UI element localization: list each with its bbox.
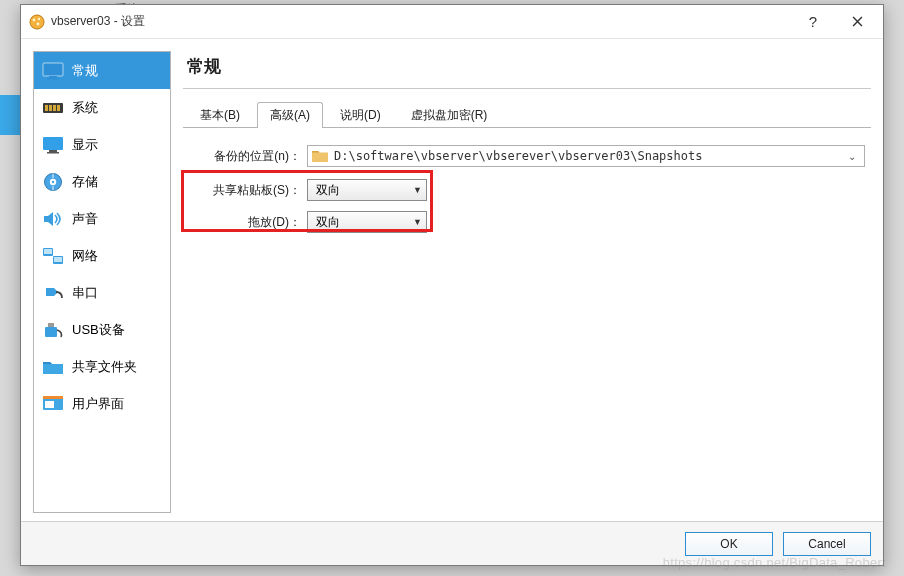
dragdrop-select[interactable]: 双向 ▼: [307, 211, 427, 233]
usb-icon: [42, 319, 64, 341]
storage-icon: [42, 171, 64, 193]
tab-encryption[interactable]: 虚拟盘加密(R): [398, 102, 501, 128]
sidebar-item-label: 声音: [72, 210, 98, 228]
backup-location-row: 备份的位置(n)： D:\software\vbserver\vbserever…: [189, 142, 865, 170]
sidebar: 常规 系统 显示 存储 声音 网络: [33, 51, 171, 513]
ui-icon: [42, 393, 64, 415]
ok-button[interactable]: OK: [685, 532, 773, 556]
sidebar-item-network[interactable]: 网络: [34, 237, 170, 274]
backup-location-field[interactable]: D:\software\vbserver\vbserever\vbserver0…: [307, 145, 865, 167]
svg-point-17: [52, 180, 54, 182]
form-area: 备份的位置(n)： D:\software\vbserver\vbserever…: [183, 128, 871, 250]
svg-rect-6: [47, 78, 59, 80]
sidebar-item-system[interactable]: 系统: [34, 89, 170, 126]
sidebar-item-audio[interactable]: 声音: [34, 200, 170, 237]
sidebar-item-label: 串口: [72, 284, 98, 302]
svg-point-1: [33, 18, 36, 21]
svg-rect-26: [45, 401, 54, 408]
sidebar-item-label: 共享文件夹: [72, 358, 137, 376]
titlebar: vbserver03 - 设置 ?: [21, 5, 883, 39]
clipboard-select[interactable]: 双向 ▼: [307, 179, 427, 201]
close-icon: [852, 16, 863, 27]
dragdrop-value: 双向: [316, 214, 340, 231]
svg-point-3: [37, 22, 40, 25]
backup-location-label: 备份的位置(n)：: [189, 148, 307, 165]
chevron-down-icon: ▼: [413, 185, 422, 195]
window-title: vbserver03 - 设置: [51, 13, 791, 30]
sidebar-item-label: 网络: [72, 247, 98, 265]
settings-dialog: vbserver03 - 设置 ? 常规 系统 显示 存储: [20, 4, 884, 566]
dragdrop-label: 拖放(D)：: [189, 214, 307, 231]
bg-selection-strip: [0, 95, 20, 135]
svg-rect-8: [45, 105, 48, 111]
svg-rect-9: [49, 105, 52, 111]
svg-rect-22: [48, 323, 54, 327]
help-button[interactable]: ?: [791, 8, 835, 36]
dialog-body: 常规 系统 显示 存储 声音 网络: [21, 39, 883, 521]
app-icon: [29, 14, 45, 30]
sidebar-item-display[interactable]: 显示: [34, 126, 170, 163]
sidebar-item-general[interactable]: 常规: [34, 52, 170, 89]
sidebar-item-label: 用户界面: [72, 395, 124, 413]
backup-path-text: D:\software\vbserver\vbserever\vbserver0…: [334, 149, 838, 163]
svg-rect-20: [44, 249, 52, 254]
svg-rect-23: [45, 327, 57, 337]
sidebar-item-ui[interactable]: 用户界面: [34, 385, 170, 422]
svg-rect-13: [49, 150, 57, 152]
sidebar-item-label: 常规: [72, 62, 98, 80]
svg-rect-5: [49, 76, 57, 78]
button-bar: OK Cancel: [21, 521, 883, 565]
chevron-down-icon: ▼: [413, 217, 422, 227]
serial-icon: [42, 282, 64, 304]
sidebar-item-serial[interactable]: 串口: [34, 274, 170, 311]
main-panel: 常规 基本(B) 高级(A) 说明(D) 虚拟盘加密(R) 备份的位置(n)： …: [183, 51, 871, 513]
tab-advanced[interactable]: 高级(A): [257, 102, 323, 128]
sidebar-item-label: 显示: [72, 136, 98, 154]
audio-icon: [42, 208, 64, 230]
display-icon: [42, 134, 64, 156]
sidebar-item-usb[interactable]: USB设备: [34, 311, 170, 348]
svg-rect-12: [43, 137, 63, 150]
general-icon: [42, 60, 64, 82]
svg-rect-25: [43, 396, 63, 399]
svg-point-2: [38, 17, 40, 19]
page-title: 常规: [183, 51, 871, 89]
svg-rect-4: [43, 63, 63, 76]
sidebar-item-shared[interactable]: 共享文件夹: [34, 348, 170, 385]
folder-icon: [42, 356, 64, 378]
tab-basic[interactable]: 基本(B): [187, 102, 253, 128]
svg-point-0: [30, 15, 44, 29]
clipboard-label: 共享粘贴板(S)：: [189, 182, 307, 199]
sidebar-item-label: 系统: [72, 99, 98, 117]
dragdrop-row: 拖放(D)： 双向 ▼: [189, 208, 865, 236]
sidebar-item-storage[interactable]: 存储: [34, 163, 170, 200]
cancel-button[interactable]: Cancel: [783, 532, 871, 556]
sidebar-item-label: 存储: [72, 173, 98, 191]
clipboard-row: 共享粘贴板(S)： 双向 ▼: [189, 176, 865, 204]
svg-rect-21: [54, 257, 62, 262]
svg-rect-14: [47, 152, 59, 154]
close-button[interactable]: [835, 8, 879, 36]
folder-small-icon: [312, 149, 328, 163]
chevron-down-icon: ⌄: [844, 151, 860, 162]
system-icon: [42, 97, 64, 119]
svg-rect-10: [53, 105, 56, 111]
svg-rect-11: [57, 105, 60, 111]
sidebar-item-label: USB设备: [72, 321, 125, 339]
network-icon: [42, 245, 64, 267]
tabs: 基本(B) 高级(A) 说明(D) 虚拟盘加密(R): [183, 101, 871, 128]
tab-description[interactable]: 说明(D): [327, 102, 394, 128]
clipboard-value: 双向: [316, 182, 340, 199]
